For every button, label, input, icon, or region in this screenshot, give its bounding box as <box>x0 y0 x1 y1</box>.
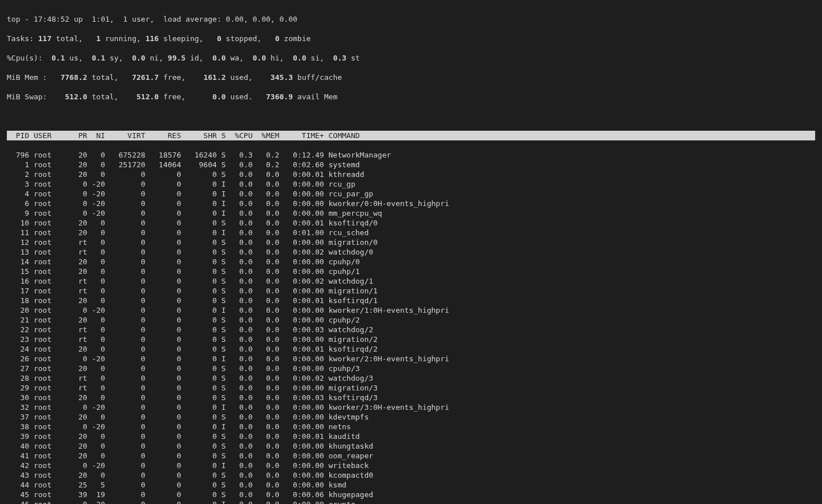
process-row[interactable]: 17 root rt 0 0 0 0 S 0.0 0.0 0:00.00 mig… <box>7 286 815 296</box>
process-row[interactable]: 30 root 20 0 0 0 0 S 0.0 0.0 0:00.03 kso… <box>7 393 815 402</box>
summary-line-swap: MiB Swap: 512.0 total, 512.0 free, 0.0 u… <box>7 92 815 102</box>
process-row[interactable]: 16 root rt 0 0 0 0 S 0.0 0.0 0:00.02 wat… <box>7 276 815 286</box>
process-row[interactable]: 11 root 20 0 0 0 0 I 0.0 0.0 0:01.00 rcu… <box>7 228 815 237</box>
column-header[interactable]: PID USER PR NI VIRT RES SHR S %CPU %MEM … <box>7 131 815 140</box>
summary-line-mem: MiB Mem : 7768.2 total, 7261.7 free, 161… <box>7 72 815 82</box>
process-row[interactable]: 3 root 0 -20 0 0 0 I 0.0 0.0 0:00.00 rcu… <box>7 179 815 189</box>
process-row[interactable]: 796 root 20 0 675228 18576 16240 S 0.3 0… <box>7 150 815 160</box>
blank-line <box>7 111 815 121</box>
process-row[interactable]: 41 root 20 0 0 0 0 S 0.0 0.0 0:00.00 oom… <box>7 451 815 461</box>
summary-line-cpu: %Cpu(s): 0.1 us, 0.1 sy, 0.0 ni, 99.5 id… <box>7 53 815 63</box>
process-row[interactable]: 42 root 0 -20 0 0 0 I 0.0 0.0 0:00.00 wr… <box>7 461 815 470</box>
process-row[interactable]: 21 root 20 0 0 0 0 S 0.0 0.0 0:00.00 cpu… <box>7 315 815 325</box>
process-row[interactable]: 14 root 20 0 0 0 0 S 0.0 0.0 0:00.00 cpu… <box>7 257 815 267</box>
process-row[interactable]: 4 root 0 -20 0 0 0 I 0.0 0.0 0:00.00 rcu… <box>7 189 815 199</box>
process-row[interactable]: 28 root rt 0 0 0 0 S 0.0 0.0 0:00.02 wat… <box>7 373 815 383</box>
summary-line-tasks: Tasks: 117 total, 1 running, 116 sleepin… <box>7 34 815 43</box>
process-row[interactable]: 40 root 20 0 0 0 0 S 0.0 0.0 0:00.00 khu… <box>7 441 815 451</box>
process-row[interactable]: 32 root 0 -20 0 0 0 I 0.0 0.0 0:00.00 kw… <box>7 402 815 412</box>
program: top <box>7 15 20 23</box>
process-row[interactable]: 46 root 0 -20 0 0 0 I 0.0 0.0 0:00.00 cr… <box>7 499 815 504</box>
process-row[interactable]: 9 root 0 -20 0 0 0 I 0.0 0.0 0:00.00 mm_… <box>7 208 815 218</box>
process-row[interactable]: 45 root 39 19 0 0 0 S 0.0 0.0 0:00.06 kh… <box>7 490 815 499</box>
process-row[interactable]: 43 root 20 0 0 0 0 S 0.0 0.0 0:00.00 kco… <box>7 470 815 480</box>
process-row[interactable]: 39 root 20 0 0 0 0 S 0.0 0.0 0:00.01 kau… <box>7 432 815 441</box>
process-row[interactable]: 20 root 0 -20 0 0 0 I 0.0 0.0 0:00.00 kw… <box>7 305 815 315</box>
process-list[interactable]: 796 root 20 0 675228 18576 16240 S 0.3 0… <box>7 150 815 504</box>
process-row[interactable]: 44 root 25 5 0 0 0 S 0.0 0.0 0:00.00 ksm… <box>7 480 815 490</box>
process-row[interactable]: 27 root 20 0 0 0 0 S 0.0 0.0 0:00.00 cpu… <box>7 364 815 373</box>
process-row[interactable]: 22 root rt 0 0 0 0 S 0.0 0.0 0:00.03 wat… <box>7 325 815 334</box>
process-row[interactable]: 10 root 20 0 0 0 0 S 0.0 0.0 0:00.01 kso… <box>7 218 815 228</box>
process-row[interactable]: 24 root 20 0 0 0 0 S 0.0 0.0 0:00.01 kso… <box>7 344 815 354</box>
process-row[interactable]: 29 root rt 0 0 0 0 S 0.0 0.0 0:00.00 mig… <box>7 383 815 393</box>
process-row[interactable]: 18 root 20 0 0 0 0 S 0.0 0.0 0:00.01 kso… <box>7 296 815 305</box>
process-row[interactable]: 12 root rt 0 0 0 0 S 0.0 0.0 0:00.00 mig… <box>7 237 815 247</box>
time: 17:48:52 <box>34 15 70 23</box>
process-row[interactable]: 13 root rt 0 0 0 0 S 0.0 0.0 0:00.02 wat… <box>7 247 815 257</box>
process-row[interactable]: 1 root 20 0 251720 14064 9604 S 0.0 0.2 … <box>7 160 815 170</box>
process-row[interactable]: 2 root 20 0 0 0 0 S 0.0 0.0 0:00.01 kthr… <box>7 170 815 179</box>
process-row[interactable]: 26 root 0 -20 0 0 0 I 0.0 0.0 0:00.00 kw… <box>7 354 815 364</box>
process-row[interactable]: 15 root 20 0 0 0 0 S 0.0 0.0 0:00.00 cpu… <box>7 267 815 276</box>
summary-line-1: top - 17:48:52 up 1:01, 1 user, load ave… <box>7 14 815 24</box>
process-row[interactable]: 38 root 0 -20 0 0 0 I 0.0 0.0 0:00.00 ne… <box>7 422 815 432</box>
terminal[interactable]: top - 17:48:52 up 1:01, 1 user, load ave… <box>0 0 822 504</box>
process-row[interactable]: 6 root 0 -20 0 0 0 I 0.0 0.0 0:00.00 kwo… <box>7 199 815 208</box>
process-row[interactable]: 37 root 20 0 0 0 0 S 0.0 0.0 0:00.00 kde… <box>7 412 815 422</box>
process-row[interactable]: 23 root rt 0 0 0 0 S 0.0 0.0 0:00.00 mig… <box>7 334 815 344</box>
